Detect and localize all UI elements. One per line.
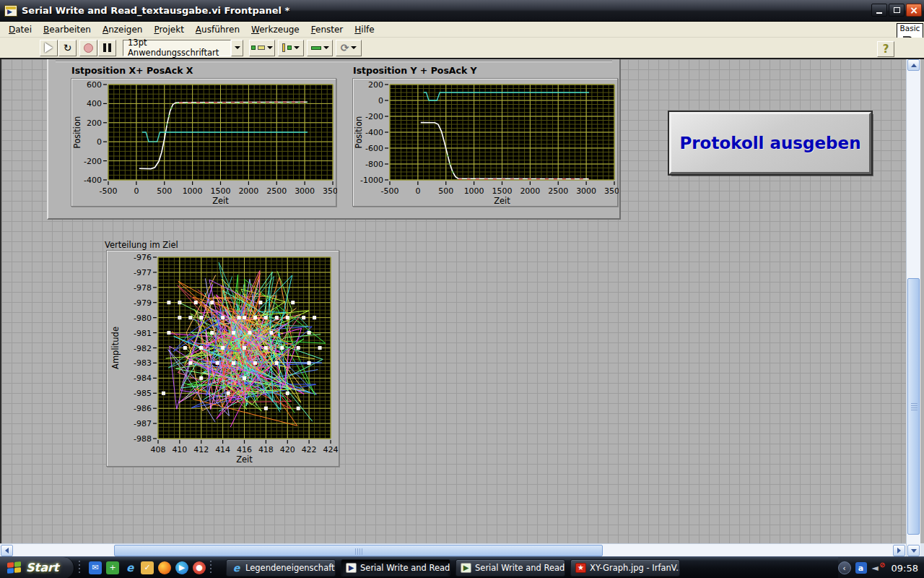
windows-logo-icon bbox=[7, 561, 21, 574]
distribute-objects-dropdown[interactable] bbox=[278, 40, 304, 56]
task-label: XY-Graph.jpg - IrfanV... bbox=[590, 563, 680, 573]
menu-item-werkzeuge[interactable]: Werkzeuge bbox=[245, 23, 305, 36]
taskbar-task-1[interactable]: eLegendeneigenschaft... bbox=[226, 559, 336, 577]
reorder-dropdown[interactable]: ⟳ bbox=[336, 40, 362, 56]
menu-item-fenster[interactable]: Fenster bbox=[305, 23, 349, 36]
y-tick-label: 0 bbox=[97, 137, 102, 147]
desktop: Serial Write and Read_textausgabe.vi Fro… bbox=[0, 0, 924, 578]
volume-muted-icon[interactable]: ◄⊘ bbox=[871, 562, 884, 574]
reorder-icon: ⟳ bbox=[341, 42, 349, 53]
run-button[interactable] bbox=[40, 40, 58, 56]
scroll-up-button[interactable] bbox=[907, 59, 920, 71]
abort-button[interactable] bbox=[79, 40, 97, 56]
collapse-chevron-icon[interactable]: ‹ bbox=[838, 561, 851, 574]
x-tick-label: -500 bbox=[381, 186, 399, 196]
x-tick-label: 3000 bbox=[576, 186, 596, 196]
menu-item-ausführen[interactable]: Ausführen bbox=[190, 23, 245, 36]
pause-icon bbox=[103, 43, 111, 52]
run-continuous-button[interactable]: ↻ bbox=[58, 40, 77, 56]
title-bar: Serial Write and Read_textausgabe.vi Fro… bbox=[0, 0, 924, 22]
scroll-left-button[interactable] bbox=[1, 545, 13, 556]
taskbar: Start ✉+e✓▶● eLegendeneigenschaft...▶Ser… bbox=[0, 556, 924, 578]
red-app-icon[interactable]: ● bbox=[193, 561, 206, 574]
x-tick-label: 3000 bbox=[295, 186, 315, 196]
taskbar-task-3[interactable]: ▶Serial Write and Read... bbox=[456, 559, 565, 577]
vertical-scrollbar-thumb[interactable] bbox=[907, 278, 920, 535]
font-selector-dropdown[interactable] bbox=[231, 40, 243, 56]
x-tick-label: 0 bbox=[415, 186, 420, 196]
desktop-app-icon[interactable]: + bbox=[106, 561, 119, 574]
chevron-up-icon bbox=[911, 64, 917, 67]
quick-launch-bar: ✉+e✓▶● bbox=[89, 561, 206, 574]
close-button[interactable]: × bbox=[906, 4, 922, 17]
start-label: Start bbox=[26, 561, 59, 574]
y-tick-label: -200 bbox=[365, 112, 383, 121]
menu-item-projekt[interactable]: Projekt bbox=[148, 23, 189, 36]
chevron-left-icon bbox=[5, 548, 9, 553]
task-label: Legendeneigenschaft... bbox=[245, 563, 336, 573]
menu-item-anzeigen[interactable]: Anzeigen bbox=[97, 23, 148, 36]
task-label: Serial Write and Read... bbox=[360, 563, 450, 573]
xy-graph-x-plot: 6004002000-200-400-500050010001500200025… bbox=[71, 79, 337, 207]
font-selector[interactable]: 13pt Anwendungsschriftart bbox=[123, 40, 243, 56]
x-tick-label: 1500 bbox=[211, 186, 231, 196]
chevron-down-icon bbox=[351, 46, 357, 49]
firefox-icon[interactable] bbox=[158, 561, 171, 574]
y-tick-label: 400 bbox=[87, 99, 102, 108]
verteilung-graph: -976-977-978-979-980-981-982-983-984-985… bbox=[106, 250, 339, 467]
toolbar: ↻ 13pt Anwendungsschriftart ⟳ bbox=[0, 38, 924, 59]
pause-button[interactable] bbox=[98, 40, 116, 56]
scroll-right-button[interactable] bbox=[893, 545, 905, 556]
menu-item-bearbeiten[interactable]: Bearbeiten bbox=[38, 23, 97, 36]
menu-item-hilfe[interactable]: Hilfe bbox=[349, 23, 380, 36]
chevron-down-icon bbox=[267, 46, 273, 49]
y-axis-label: Position bbox=[72, 116, 82, 149]
x-tick-label: 1000 bbox=[183, 186, 203, 196]
maximize-button[interactable] bbox=[889, 4, 905, 17]
xy-graph-y: 2000-200-400-600-800-1000-50005001000150… bbox=[352, 78, 618, 207]
protokoll-ausgeben-button[interactable]: Protokoll ausgeben bbox=[669, 112, 871, 174]
quicklaunch-separator bbox=[209, 561, 213, 575]
horizontal-scrollbar-thumb[interactable] bbox=[114, 545, 603, 556]
y-tick-label: 0 bbox=[378, 96, 383, 105]
internet-explorer-icon[interactable]: e bbox=[123, 561, 136, 574]
minimize-button[interactable] bbox=[871, 4, 887, 17]
x-tick-label: 2000 bbox=[520, 186, 540, 196]
verteilung-plot: -976-977-978-979-980-981-982-983-984-985… bbox=[107, 251, 340, 467]
taskbar-task-4[interactable]: ★XY-Graph.jpg - IrfanV... bbox=[570, 559, 680, 577]
menu-item-datei[interactable]: Datei bbox=[3, 23, 38, 36]
taskbar-task-2[interactable]: ▶Serial Write and Read... bbox=[341, 559, 450, 577]
x-tick-label: 3500 bbox=[323, 186, 337, 196]
x-axis-label: Zeit bbox=[212, 196, 229, 206]
chevron-down-icon bbox=[294, 46, 300, 49]
y-tick-label: 200 bbox=[87, 118, 102, 128]
resize-objects-dropdown[interactable] bbox=[307, 40, 333, 56]
y-tick-label: -400 bbox=[84, 176, 102, 185]
antivirus-tray-icon[interactable]: a bbox=[855, 562, 867, 574]
task-buttons: eLegendeneigenschaft...▶Serial Write and… bbox=[226, 559, 680, 577]
start-button[interactable]: Start bbox=[0, 557, 74, 578]
x-tick-label: 408 bbox=[151, 445, 166, 454]
y-tick-label: -200 bbox=[84, 157, 102, 166]
scroll-down-button[interactable] bbox=[907, 545, 920, 556]
media-player-icon[interactable]: ▶ bbox=[175, 561, 188, 574]
xy-graph-y-plot: 2000-200-400-600-800-1000-50005001000150… bbox=[353, 79, 619, 207]
mail-check-icon[interactable]: ✓ bbox=[141, 561, 154, 574]
taskbar-clock: 09:58 bbox=[892, 563, 918, 574]
front-panel-workspace: Istposition X+ PosAck X 6004002000-200-4… bbox=[0, 59, 906, 543]
align-objects-dropdown[interactable] bbox=[249, 40, 275, 56]
scrollbar-corner bbox=[920, 543, 924, 556]
y-tick-label: -600 bbox=[365, 144, 383, 153]
x-tick-label: 1500 bbox=[492, 186, 513, 196]
y-tick-label: -979 bbox=[134, 298, 152, 308]
protokoll-ausgeben-label: Protokoll ausgeben bbox=[679, 134, 860, 152]
task-label: Serial Write and Read... bbox=[475, 563, 565, 573]
x-tick-label: 2500 bbox=[548, 186, 568, 196]
context-help-button[interactable]: ? bbox=[877, 41, 894, 57]
email-icon[interactable]: ✉ bbox=[89, 561, 102, 574]
horizontal-scrollbar[interactable] bbox=[0, 543, 906, 556]
x-tick-label: 418 bbox=[258, 445, 274, 454]
vertical-scrollbar[interactable] bbox=[906, 59, 920, 556]
x-tick-label: 500 bbox=[438, 186, 453, 196]
y-tick-label: -977 bbox=[134, 268, 152, 277]
